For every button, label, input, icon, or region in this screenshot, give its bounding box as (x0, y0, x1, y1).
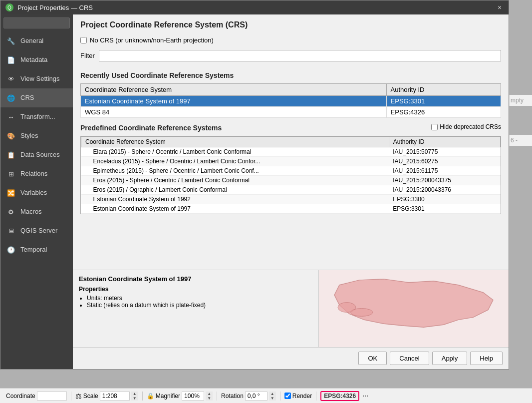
sidebar-item-macros[interactable]: ⚙ Macros (0, 202, 73, 221)
crs-info-properties-label: Properties (79, 286, 312, 293)
titlebar-left: Q Project Properties — CRS (5, 3, 93, 11)
predefined-title: Predefined Coordinate Reference Systems (80, 124, 222, 132)
pred-authority-4: IAU_2015:200043376 (389, 185, 500, 195)
apply-button[interactable]: Apply (432, 352, 468, 365)
sidebar-label-transformations: Transform... (20, 113, 55, 121)
predefined-col-name: Coordinate Reference System (81, 137, 389, 147)
pred-authority-6: EPSG:3301 (389, 204, 500, 214)
sidebar-icon-qgis-server: 🖥 (5, 225, 16, 236)
table-row[interactable]: Elara (2015) - Sphere / Ocentric / Lambe… (81, 147, 501, 157)
sidebar-icon-data-sources: 📋 (5, 149, 16, 160)
predefined-table: Coordinate Reference System Authority ID… (81, 136, 501, 214)
sidebar-icon-crs: 🌐 (5, 92, 16, 103)
sidebar-label-styles: Styles (20, 132, 38, 140)
crs-bullet-0: Units: meters (87, 295, 312, 302)
sidebar-icon-general: 🔧 (5, 35, 16, 46)
rotation-down[interactable]: ▼ (269, 396, 276, 401)
magnifier-up[interactable]: ▲ (206, 392, 213, 396)
lock-icon: 🔒 (147, 393, 154, 400)
sidebar-item-transformations[interactable]: ↔ Transform... (0, 107, 73, 126)
sidebar-item-crs[interactable]: 🌐 CRS (0, 88, 73, 107)
sidebar-item-metadata[interactable]: 📄 Metadata (0, 50, 73, 69)
help-button[interactable]: Help (470, 352, 503, 365)
scale-up[interactable]: ▲ (131, 392, 138, 396)
sidebar-icon-variables: 🔀 (5, 187, 16, 198)
no-crs-checkbox[interactable] (80, 37, 87, 43)
hide-deprecated-row: Hide deprecated CRSs (431, 123, 501, 130)
sidebar-label-relations: Relations (20, 170, 47, 178)
ok-button[interactable]: OK (358, 352, 387, 365)
hide-deprecated-checkbox[interactable] (431, 124, 438, 130)
render-item: Render (282, 393, 314, 400)
recently-used-title: Recently Used Coordinate Reference Syste… (80, 71, 501, 79)
pred-name-5: Estonian Coordinate System of 1992 (81, 195, 389, 204)
sidebar-label-macros: Macros (20, 208, 42, 216)
sidebar-item-view-settings[interactable]: 👁 View Settings (0, 69, 73, 88)
cancel-button[interactable]: Cancel (390, 352, 429, 365)
more-item: ⋯ (360, 393, 370, 400)
sidebar-item-general[interactable]: 🔧 General (0, 31, 73, 50)
table-row[interactable]: Epimetheus (2015) - Sphere / Ocentric / … (81, 166, 501, 176)
filter-row: Filter (80, 50, 501, 61)
sidebar-search-input[interactable] (3, 17, 70, 28)
sidebar-label-variables: Variables (20, 189, 47, 197)
coordinate-item: Coordinate (4, 392, 69, 401)
magnifier-input[interactable] (182, 392, 204, 401)
app-icon: Q (5, 3, 13, 11)
table-row[interactable]: Estonian Coordinate System of 1997EPSG:3… (81, 96, 501, 107)
pred-authority-2: IAU_2015:61175 (389, 166, 500, 176)
scale-input[interactable] (100, 392, 130, 401)
table-row[interactable]: Estonian Coordinate System of 1997EPSG:3… (81, 204, 501, 214)
table-row[interactable]: Eros (2015) - Sphere / Ocentric / Lamber… (81, 176, 501, 185)
sidebar-icon-transformations: ↔ (5, 111, 16, 122)
more-icon[interactable]: ⋯ (362, 393, 368, 400)
sidebar-icon-styles: 🎨 (5, 130, 16, 141)
epsg-badge[interactable]: EPSG:4326 (320, 391, 359, 401)
scale-down[interactable]: ▼ (131, 396, 138, 401)
recent-name-1: WGS 84 (81, 107, 387, 118)
table-row[interactable]: Enceladus (2015) - Sphere / Ocentric / L… (81, 157, 501, 166)
scale-icon: ⚖ (75, 392, 82, 400)
sidebar-icon-view-settings: 👁 (5, 73, 16, 84)
sidebar-icon-macros: ⚙ (5, 206, 16, 217)
rotation-up[interactable]: ▲ (269, 392, 276, 396)
recent-authority-1: EPSG:4326 (386, 107, 501, 118)
sidebar-icon-relations: ⊞ (5, 168, 16, 179)
crs-map (319, 270, 509, 347)
coordinate-input[interactable] (37, 392, 67, 401)
filter-label: Filter (80, 52, 95, 59)
sidebar-item-styles[interactable]: 🎨 Styles (0, 126, 73, 145)
table-row[interactable]: WGS 84EPSG:4326 (81, 107, 501, 118)
crs-bullet-1: Static (relies on a datum which is plate… (87, 302, 312, 309)
predefined-col-authority: Authority ID (389, 137, 500, 147)
rotation-input[interactable] (245, 392, 267, 401)
close-button[interactable]: × (496, 3, 504, 11)
rotation-item: Rotation ▲ ▼ (219, 392, 278, 401)
pred-authority-5: EPSG:3300 (389, 195, 500, 204)
sep1 (71, 392, 71, 401)
bottom-section: Estonian Coordinate System of 1997 Prope… (73, 270, 509, 347)
titlebar: Q Project Properties — CRS × (0, 0, 509, 14)
right-panel-text: mpty (509, 95, 532, 106)
sidebar-item-data-sources[interactable]: 📋 Data Sources (0, 145, 73, 164)
sidebar-item-qgis-server[interactable]: 🖥 QGIS Server (0, 221, 73, 240)
pred-name-0: Elara (2015) - Sphere / Ocentric / Lambe… (81, 147, 389, 157)
sidebar-item-temporal[interactable]: 🕐 Temporal (0, 240, 73, 259)
scale-spinner: ▲ ▼ (131, 392, 138, 401)
sidebar-item-variables[interactable]: 🔀 Variables (0, 183, 73, 202)
render-label: Render (292, 393, 312, 400)
sidebar-item-relations[interactable]: ⊞ Relations (0, 164, 73, 183)
table-row[interactable]: Estonian Coordinate System of 1992EPSG:3… (81, 195, 501, 204)
recently-used-tbody: Estonian Coordinate System of 1997EPSG:3… (81, 96, 501, 118)
recently-used-table: Coordinate Reference System Authority ID… (80, 83, 501, 118)
predefined-tbody: Elara (2015) - Sphere / Ocentric / Lambe… (81, 147, 501, 214)
filter-input[interactable] (99, 50, 501, 61)
render-checkbox[interactable] (284, 393, 291, 399)
table-row[interactable]: Eros (2015) / Ographic / Lambert Conic C… (81, 185, 501, 195)
sep3 (217, 392, 217, 401)
coordinate-label: Coordinate (6, 393, 35, 400)
sidebar-icon-metadata: 📄 (5, 54, 16, 65)
pred-name-6: Estonian Coordinate System of 1997 (81, 204, 389, 214)
sidebar-label-data-sources: Data Sources (20, 151, 60, 159)
magnifier-down[interactable]: ▼ (206, 396, 213, 401)
